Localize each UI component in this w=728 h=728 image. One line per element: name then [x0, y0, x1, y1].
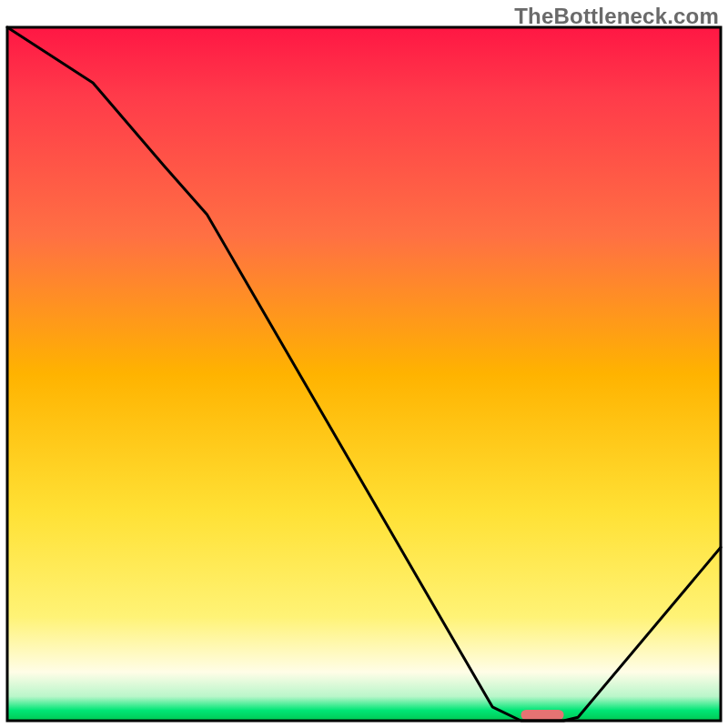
- chart-container: TheBottleneck.com: [0, 0, 728, 728]
- bottleneck-chart: [0, 0, 728, 728]
- watermark-text: TheBottleneck.com: [514, 4, 719, 29]
- optimum-marker: [521, 710, 563, 720]
- gradient-background: [7, 27, 721, 721]
